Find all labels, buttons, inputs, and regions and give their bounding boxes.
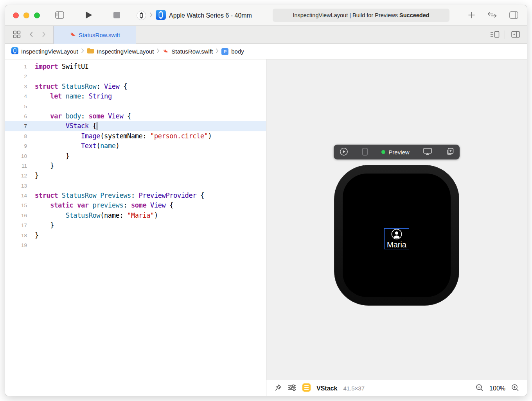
preview-status-label: Preview — [388, 149, 409, 156]
line-number[interactable]: 16 — [5, 211, 27, 220]
preview-display-button[interactable] — [423, 148, 432, 156]
code-text: } — [35, 220, 54, 230]
code-line[interactable]: 2 — [5, 72, 266, 81]
code-text: } — [35, 151, 70, 161]
close-window-button[interactable] — [13, 13, 19, 18]
watch-screen[interactable]: Maria — [343, 174, 451, 297]
breadcrumb-file[interactable]: StatusRow.swift — [162, 48, 213, 55]
line-number[interactable]: 15 — [5, 200, 27, 210]
code-line[interactable]: 13 — [5, 181, 266, 191]
code-line[interactable]: 4 let name: String — [5, 91, 266, 101]
library-add-button[interactable] — [468, 5, 475, 26]
app-icon — [11, 47, 18, 56]
tab-statusrow-swift[interactable]: StatusRow.swift — [53, 26, 136, 44]
line-number[interactable]: 17 — [5, 220, 27, 230]
line-number[interactable]: 12 — [5, 171, 27, 181]
magnifier-minus-icon — [476, 384, 483, 393]
code-line[interactable]: 16 StatusRow(name: "Maria") — [5, 211, 266, 220]
breadcrumb-group[interactable]: InspectingViewLayout — [87, 48, 154, 55]
line-number[interactable]: 14 — [5, 191, 27, 200]
code-text: struct StatusRow: View { — [35, 82, 127, 91]
code-line[interactable]: 10 } — [5, 151, 266, 161]
breadcrumb-symbol[interactable]: P body — [221, 48, 244, 55]
line-number[interactable]: 6 — [5, 111, 27, 121]
play-circle-icon — [340, 147, 348, 157]
code-line[interactable]: 8 Image(systemName: "person.circle") — [5, 131, 266, 141]
preview-selection[interactable]: Maria — [384, 228, 409, 249]
line-number[interactable]: 18 — [5, 231, 27, 240]
line-number[interactable]: 10 — [5, 151, 27, 161]
tab-bar: StatusRow.swift — [5, 26, 527, 44]
breadcrumb-label: InspectingViewLayout — [97, 48, 154, 55]
watch-name-text: Maria — [387, 240, 406, 249]
line-number[interactable]: 8 — [5, 131, 27, 141]
code-line[interactable]: 1import SwiftUI — [5, 62, 266, 72]
navigator-toggle-button[interactable] — [55, 5, 64, 26]
activity-status-result: Succeeded — [399, 12, 430, 18]
zoom-level[interactable]: 100% — [489, 385, 505, 392]
xcode-window: Apple Watch Series 6 - 40mm InspectingVi… — [5, 5, 527, 396]
code-line[interactable]: 19 — [5, 240, 266, 250]
run-button[interactable] — [85, 5, 93, 26]
breadcrumb-project[interactable]: InspectingViewLayout — [11, 47, 78, 56]
stop-button[interactable] — [113, 5, 120, 26]
code-line[interactable]: 5 — [5, 102, 266, 111]
selected-view-label[interactable]: VStack — [316, 385, 337, 392]
line-number[interactable]: 7 — [5, 121, 27, 131]
code-line[interactable]: 12} — [5, 171, 266, 181]
line-number[interactable]: 13 — [5, 181, 27, 191]
divider — [505, 30, 505, 39]
live-preview-button[interactable] — [340, 147, 348, 157]
code-line[interactable]: 18} — [5, 231, 266, 240]
chevron-left-icon — [29, 31, 33, 39]
run-destination[interactable]: Apple Watch Series 6 - 40mm — [169, 12, 252, 19]
breadcrumb-label: StatusRow.swift — [171, 48, 213, 55]
editor-area: 1import SwiftUI23struct StatusRow: View … — [5, 59, 527, 396]
zoom-in-button[interactable] — [511, 384, 519, 393]
zoom-window-button[interactable] — [34, 13, 40, 18]
code-text: struct StatusRow_Previews: PreviewProvid… — [35, 191, 204, 200]
zoom-out-button[interactable] — [476, 384, 483, 393]
duplicate-preview-button[interactable] — [446, 148, 454, 157]
line-number[interactable]: 11 — [5, 161, 27, 171]
scheme-target-icon[interactable] — [137, 11, 146, 20]
code-line[interactable]: 9 Text(name) — [5, 141, 266, 151]
preview-toolbar: Preview — [334, 145, 460, 159]
line-number[interactable]: 2 — [5, 72, 27, 81]
preview-on-device-button[interactable] — [362, 148, 368, 157]
chevron-right-icon — [216, 48, 219, 55]
code-line[interactable]: 15 static var previews: some View { — [5, 200, 266, 210]
person-circle-icon — [391, 229, 402, 241]
inspector-toggle-button[interactable] — [509, 5, 518, 26]
chevron-right-icon — [42, 31, 46, 39]
code-line[interactable]: 6 var body: some View { — [5, 111, 266, 121]
code-line[interactable]: 17 } — [5, 220, 266, 230]
line-number[interactable]: 9 — [5, 141, 27, 151]
code-text: var body: some View { — [35, 111, 131, 121]
go-forward-button[interactable] — [42, 26, 46, 44]
line-number[interactable]: 4 — [5, 91, 27, 101]
editor-options-button[interactable] — [490, 26, 500, 44]
line-number[interactable]: 19 — [5, 240, 27, 250]
line-number[interactable]: 1 — [5, 62, 27, 72]
code-text: VStack { — [35, 121, 97, 131]
code-line[interactable]: 14struct StatusRow_Previews: PreviewProv… — [5, 191, 266, 200]
duplicate-icon — [446, 148, 454, 157]
source-editor[interactable]: 1import SwiftUI23struct StatusRow: View … — [5, 59, 266, 396]
line-number[interactable]: 5 — [5, 102, 27, 111]
code-text: StatusRow(name: "Maria") — [35, 211, 158, 220]
pin-preview-button[interactable] — [274, 384, 282, 393]
code-line[interactable]: 7 VStack { — [5, 121, 266, 131]
go-back-button[interactable] — [29, 26, 33, 44]
code-review-button[interactable] — [487, 5, 497, 26]
code-line[interactable]: 11 } — [5, 161, 266, 171]
related-items-button[interactable] — [13, 26, 21, 44]
line-number[interactable]: 3 — [5, 82, 27, 91]
activity-view[interactable]: InspectingViewLayout | Build for Preview… — [273, 9, 449, 22]
minimize-window-button[interactable] — [23, 13, 29, 18]
code-line[interactable]: 3struct StatusRow: View { — [5, 82, 266, 91]
inspect-settings-button[interactable] — [288, 384, 297, 392]
add-editor-button[interactable] — [511, 26, 520, 44]
scheme-selector: Apple Watch Series 6 - 40mm — [137, 5, 252, 26]
breadcrumb-label: InspectingViewLayout — [21, 48, 78, 55]
